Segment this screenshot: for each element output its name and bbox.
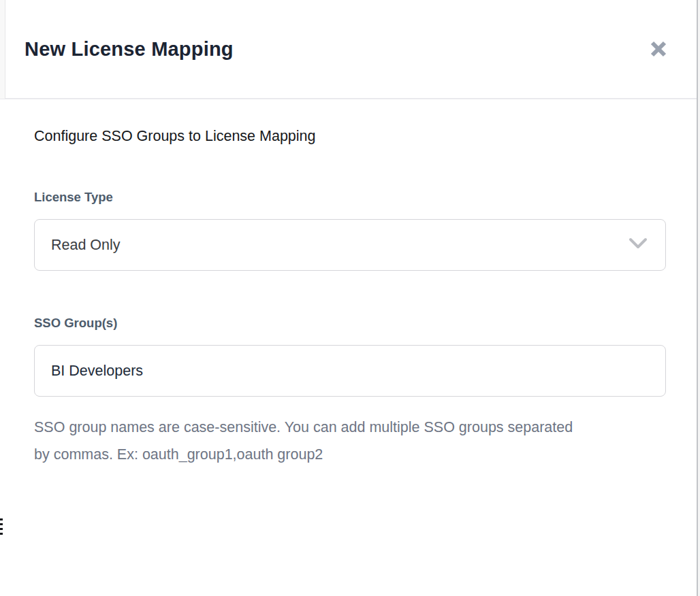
modal-right-edge-line	[697, 0, 698, 596]
sso-groups-label: SSO Group(s)	[34, 316, 666, 331]
close-button[interactable]	[647, 37, 670, 61]
modal-header: New License Mapping	[0, 0, 700, 99]
sso-groups-input[interactable]	[51, 363, 649, 380]
background-list-icon-artifact	[0, 518, 3, 537]
new-license-mapping-modal: New License Mapping Configure SSO Groups…	[0, 0, 700, 596]
modal-subtitle: Configure SSO Groups to License Mapping	[34, 128, 666, 145]
license-type-label: License Type	[34, 190, 666, 205]
sso-groups-field-container	[34, 345, 666, 397]
chevron-down-icon	[629, 237, 648, 252]
license-type-selected-value: Read Only	[51, 237, 121, 254]
sso-groups-help-text: SSO group names are case-sensitive. You …	[34, 414, 579, 468]
license-type-select[interactable]: Read Only	[34, 219, 666, 271]
modal-body: Configure SSO Groups to License Mapping …	[0, 99, 700, 468]
modal-title: New License Mapping	[25, 38, 234, 61]
x-icon	[648, 39, 669, 59]
background-page-left-sliver	[0, 0, 5, 99]
